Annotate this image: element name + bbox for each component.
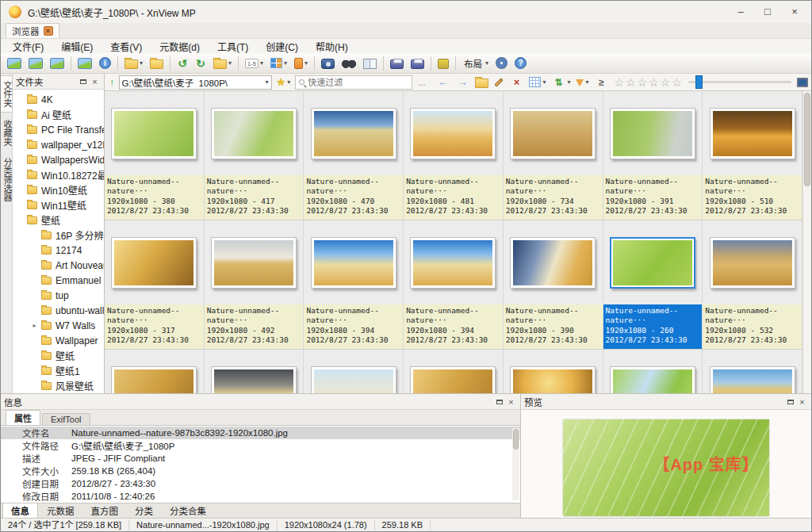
float-panel-icon[interactable] xyxy=(493,396,505,408)
help-icon[interactable]: ? xyxy=(511,55,530,72)
menu-item[interactable]: 帮助(H) xyxy=(307,39,357,53)
dropdown-arrow-icon[interactable]: ▾ xyxy=(542,78,546,86)
settings-gear-icon[interactable] xyxy=(492,55,511,72)
folder-tree-item[interactable]: tup xyxy=(13,288,104,303)
thumbnail-cell[interactable] xyxy=(404,350,504,393)
property-row[interactable]: 创建日期2012/8/27 - 23:43:30 xyxy=(1,477,520,490)
dropdown-arrow-icon[interactable]: ▾ xyxy=(284,59,287,67)
float-panel-icon[interactable] xyxy=(77,76,89,87)
thumbnail-cell[interactable]: Nature-unnamed--nature···1920x1080 - 417… xyxy=(205,91,304,220)
rating-stars[interactable]: ☆☆☆☆☆☆ xyxy=(613,76,682,89)
batch-convert-icon[interactable] xyxy=(75,55,95,72)
minimize-button[interactable]: – xyxy=(727,2,754,21)
close-panel-icon[interactable]: × xyxy=(505,396,517,408)
scrollbar-thumb[interactable] xyxy=(804,93,810,186)
folder-tree-item[interactable]: 4K xyxy=(13,92,104,107)
thumbnail-size-slider[interactable] xyxy=(688,81,791,83)
thumbnail-cell[interactable]: Nature-unnamed--nature···1920x1080 - 394… xyxy=(404,220,504,350)
sidebar-tab[interactable]: 分类筛选器 xyxy=(1,153,12,206)
sort-icon[interactable]: ⇅▾ xyxy=(549,75,573,90)
menu-item[interactable]: 编辑(E) xyxy=(52,39,102,53)
view-mode-icon[interactable]: ▾ xyxy=(527,75,548,90)
info-tab-exiftool[interactable]: ExifTool xyxy=(42,413,90,425)
rating-star-icon[interactable]: ☆ xyxy=(648,76,660,89)
property-row[interactable]: 文件名Nature-unnamed--nature-987b3c8392-192… xyxy=(1,427,520,439)
thumbnail-cell[interactable] xyxy=(603,350,703,393)
folder-tree-item[interactable]: Art Nouveau xyxy=(13,258,104,273)
thumbnail-cell[interactable] xyxy=(205,350,304,393)
tree-expander-icon[interactable]: ▸ xyxy=(32,322,37,329)
folder-tree-item[interactable]: 壁纸 xyxy=(13,348,104,363)
bottom-tab[interactable]: 分类 xyxy=(127,503,161,518)
tab-browser[interactable]: 浏览器 × xyxy=(6,23,59,38)
filter-more-button[interactable]: ... xyxy=(415,78,428,87)
file-info-icon[interactable]: i xyxy=(96,55,114,72)
folder-tree-item[interactable]: Win11壁纸 xyxy=(13,197,104,212)
filter-funnel-icon[interactable]: ▾ xyxy=(573,75,591,90)
bottom-tab[interactable]: 直方图 xyxy=(83,503,127,518)
maximize-button[interactable]: □ xyxy=(754,2,781,21)
menu-item[interactable]: 工具(T) xyxy=(209,39,257,53)
dropdown-arrow-icon[interactable]: ▾ xyxy=(140,59,143,67)
properties-scrollbar[interactable] xyxy=(512,428,519,500)
menu-item[interactable]: 元数据(d) xyxy=(151,39,209,53)
folder-tree-item[interactable]: 12174 xyxy=(13,243,104,258)
export-icon[interactable]: ▾ xyxy=(210,55,235,72)
thumbnail-cell[interactable]: Nature-unnamed--nature···1920x1080 - 390… xyxy=(504,220,603,350)
open-folder-icon[interactable]: ▾ xyxy=(121,55,146,72)
edit-icon[interactable] xyxy=(492,75,506,90)
dropdown-arrow-icon[interactable]: ▾ xyxy=(585,78,588,86)
bottom-tab[interactable]: 信息 xyxy=(2,503,38,519)
menu-item[interactable]: 文件(F) xyxy=(4,39,52,53)
rotate-left-icon[interactable]: ↺ xyxy=(174,55,191,72)
folder-tree-item[interactable]: Win10.18272最新壁 xyxy=(13,167,104,182)
delete-icon[interactable]: × xyxy=(507,75,526,90)
thumbnail-cell[interactable]: Nature-unnamed--nature···1920x1080 - 394… xyxy=(304,220,404,350)
dropdown-arrow-icon[interactable]: ▾ xyxy=(304,59,308,67)
new-folder-icon[interactable] xyxy=(473,75,491,90)
address-bar[interactable]: ▾ xyxy=(119,75,272,90)
folder-tree-item[interactable]: 壁纸1 xyxy=(13,363,104,378)
folder-tree-item[interactable]: WallpapersWide.co xyxy=(13,152,104,167)
back-icon[interactable]: ← xyxy=(433,75,452,90)
grid-scrollbar[interactable] xyxy=(802,91,811,393)
thumbnail-cell[interactable]: Nature-unnamed--nature···1920x1080 - 470… xyxy=(304,91,404,220)
slider-handle[interactable] xyxy=(695,75,703,89)
print-layout-icon[interactable] xyxy=(408,55,427,72)
thumbnail-cell[interactable] xyxy=(105,350,205,393)
property-row[interactable]: 修改日期2011/10/8 - 12:40:26 xyxy=(1,490,520,503)
thumbnail-cell[interactable]: Nature-unnamed--nature···1920x1080 - 532… xyxy=(703,220,802,350)
rating-icon[interactable]: 1-5▾ xyxy=(242,55,266,72)
tag-icon[interactable]: ▾ xyxy=(291,55,311,72)
info-tab-properties[interactable]: 属性 xyxy=(6,410,40,425)
rating-star-icon[interactable]: ☆ xyxy=(660,76,672,89)
folder-tree-item[interactable]: ubuntu-wallpap xyxy=(13,303,104,318)
quick-filter-input[interactable] xyxy=(308,78,408,87)
rating-star-icon[interactable]: ☆ xyxy=(637,76,649,89)
browser-icon[interactable] xyxy=(4,55,25,72)
rating-operator-icon[interactable]: ≥ xyxy=(592,75,611,90)
dropdown-arrow-icon[interactable]: ▾ xyxy=(260,59,263,67)
sidebar-tab[interactable]: 文件夹 xyxy=(1,75,13,113)
close-panel-icon[interactable]: × xyxy=(89,76,101,87)
rating-star-icon[interactable]: ☆ xyxy=(671,76,683,89)
thumbnail-cell[interactable] xyxy=(504,350,603,393)
sidebar-tab[interactable]: 收藏夹 xyxy=(1,115,12,151)
layout-button[interactable]: 布局▾ xyxy=(459,55,492,72)
slideshow-icon[interactable] xyxy=(47,55,67,72)
dropdown-arrow-icon[interactable]: ▾ xyxy=(567,78,570,86)
dropdown-arrow-icon[interactable]: ▾ xyxy=(228,59,232,67)
thumbnail-cell[interactable]: Nature-unnamed--nature···1920x1080 - 734… xyxy=(504,91,603,220)
forward-icon[interactable]: → xyxy=(453,75,472,90)
bottom-tab[interactable]: 元数据 xyxy=(39,503,82,518)
monitor-icon[interactable] xyxy=(797,78,808,87)
property-row[interactable]: 文件大小259.18 KB (265,404) xyxy=(1,465,520,477)
capture-icon[interactable] xyxy=(318,55,338,72)
folder-tree-item[interactable]: ▸W7 Walls xyxy=(13,318,104,333)
address-dropdown-icon[interactable]: ▾ xyxy=(266,78,269,86)
thumbnail-cell[interactable]: Nature-unnamed--nature···1920x1080 - 391… xyxy=(603,91,703,220)
thumbnail-cell[interactable] xyxy=(703,350,802,393)
thumbnail-cell[interactable]: Nature-unnamed--nature···1920x1080 - 260… xyxy=(603,220,703,350)
dropdown-arrow-icon[interactable]: ▾ xyxy=(485,59,488,67)
rotate-right-icon[interactable]: ↻ xyxy=(192,55,209,72)
